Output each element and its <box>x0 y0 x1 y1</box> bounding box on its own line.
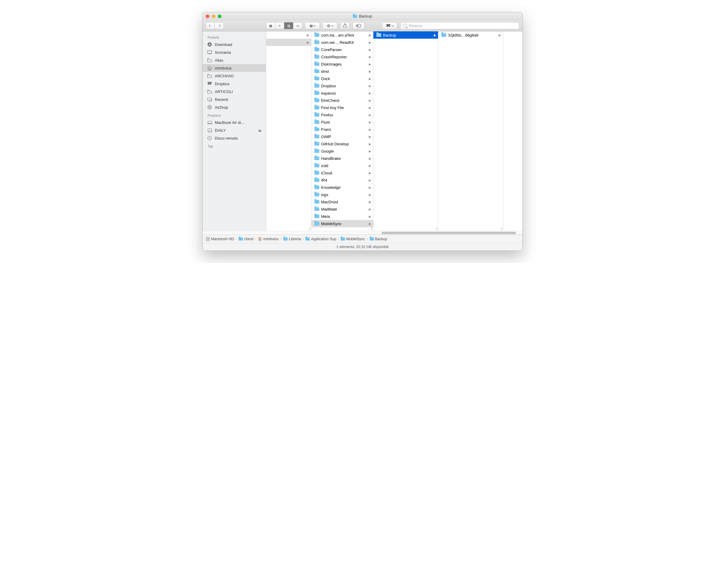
list-item[interactable]: Google▶ <box>312 147 373 155</box>
list-item[interactable]: MailMate▶ <box>312 206 373 213</box>
group-button[interactable]: ▦ <box>305 22 320 29</box>
chevron-right-icon: ▶ <box>369 113 371 117</box>
item-label: CoreParsec <box>321 47 367 52</box>
list-item[interactable]: Dock▶ <box>312 75 373 82</box>
list-item[interactable]: Franz▶ <box>312 126 373 133</box>
chevron-right-icon: ▶ <box>499 34 501 37</box>
column-resize-handle[interactable]: ‖ <box>309 227 311 230</box>
dropbox-button[interactable] <box>383 22 397 29</box>
folder-icon <box>315 99 319 102</box>
sidebar-item[interactable]: ARTICOLI <box>203 88 266 96</box>
folder-icon <box>315 171 319 175</box>
list-item[interactable]: IR4▶ <box>312 176 373 184</box>
sidebar-item[interactable]: DAILY⏏ <box>203 126 266 134</box>
folder-icon <box>207 58 212 63</box>
sidebar-item[interactable]: Disco remoto <box>203 134 266 142</box>
desktop-icon <box>207 50 212 55</box>
list-item[interactable]: Dropbox▶ <box>312 82 373 89</box>
forward-button[interactable] <box>215 22 224 29</box>
list-item[interactable]: GitHub Desktop▶ <box>312 140 373 147</box>
breadcrumb[interactable]: Application Sup <box>305 237 336 241</box>
search-input[interactable] <box>409 24 516 28</box>
column-resize-handle[interactable]: ‖ <box>501 227 503 230</box>
list-item[interactable]: CrashReporter▶ <box>312 53 373 60</box>
gallery-view-button[interactable]: ▭ <box>293 22 302 29</box>
list-item[interactable]: com.we….ReadKit▶ <box>312 39 373 46</box>
sidebar-item[interactable]: Download <box>203 41 266 48</box>
list-item[interactable]: MobileSync▶ <box>312 220 373 227</box>
back-button[interactable] <box>206 22 215 29</box>
list-item[interactable]: GIMP▶ <box>312 133 373 140</box>
item-label: Google <box>321 149 367 153</box>
folder-icon <box>315 222 319 225</box>
list-item[interactable]: MacDroid▶ <box>312 198 373 206</box>
item-label: GitHub Desktop <box>321 142 367 146</box>
eject-icon[interactable]: ⏏ <box>258 128 262 133</box>
sidebar-item[interactable]: Dropbox <box>203 80 266 88</box>
list-item[interactable]: Meta▶ <box>312 213 373 220</box>
list-item[interactable]: Backup▶ <box>374 31 438 39</box>
action-button[interactable]: ⚙ <box>323 22 337 29</box>
column-browser: ▶▶‖com.tra…am.aText▶com.we….ReadKit▶Core… <box>266 31 522 231</box>
home-icon <box>207 66 212 70</box>
chevron-right-icon: ▶ <box>434 34 436 37</box>
share-button[interactable] <box>340 22 349 29</box>
breadcrumb-label: MobileSync <box>346 237 365 241</box>
sidebar-item[interactable]: Alias <box>203 56 266 64</box>
sidebar-item[interactable]: MacBook Air di... <box>203 119 266 126</box>
column-view-button[interactable]: ▥ <box>284 22 293 29</box>
list-item[interactable]: dmd▶ <box>312 68 373 75</box>
list-item[interactable]: EtreCheck▶ <box>312 97 373 104</box>
breadcrumb-separator: › <box>337 237 340 240</box>
list-item[interactable]: HandBrake▶ <box>312 155 373 162</box>
column-resize-handle[interactable]: ‖ <box>436 227 438 230</box>
list-item[interactable]: Fluid▶ <box>312 119 373 126</box>
item-label: EtreCheck <box>321 98 367 103</box>
breadcrumb[interactable]: Macintosh HD <box>206 237 234 241</box>
breadcrumb[interactable]: Libreria <box>283 237 301 241</box>
list-item[interactable]: 32jklfds…66g8a9▶ <box>438 31 503 39</box>
list-item[interactable]: ▶ <box>266 31 311 39</box>
search-field[interactable] <box>400 22 519 29</box>
recents-icon <box>207 97 212 102</box>
item-label: Knowledge <box>321 185 367 190</box>
list-item[interactable]: Knowledge▶ <box>312 184 373 191</box>
breadcrumb[interactable]: Utenti <box>239 237 253 241</box>
list-item[interactable]: Firefox▶ <box>312 111 373 119</box>
chevron-right-icon: ▶ <box>369 41 371 44</box>
sidebar-item[interactable]: AirDrop <box>203 103 266 111</box>
chevron-right-icon: ▶ <box>369 70 371 73</box>
column-resize-handle[interactable]: ‖ <box>371 227 372 230</box>
list-item[interactable]: icdd▶ <box>312 162 373 169</box>
scrollbar-thumb[interactable] <box>382 232 516 234</box>
folder-icon <box>441 33 446 37</box>
folder-icon <box>370 237 374 240</box>
sidebar-item[interactable]: Recenti <box>203 96 266 103</box>
svg-rect-3 <box>208 51 212 54</box>
list-item[interactable]: logs▶ <box>312 191 373 198</box>
sidebar-item[interactable]: ARCHIVIO <box>203 72 266 80</box>
list-item[interactable]: com.tra…am.aText▶ <box>312 31 373 39</box>
list-item[interactable]: iCloud▶ <box>312 169 373 176</box>
svg-point-10 <box>209 107 210 108</box>
tag-button[interactable] <box>353 22 365 29</box>
item-label: Firefox <box>321 113 367 117</box>
list-item[interactable]: DiskImages▶ <box>312 60 373 68</box>
breadcrumb[interactable]: MobileSync <box>341 237 365 241</box>
chevron-right-icon: ▶ <box>369 48 371 51</box>
horizontal-scrollbar[interactable] <box>203 231 522 234</box>
airdrop-icon <box>207 105 212 110</box>
sidebar-item[interactable]: mimbulus <box>203 64 266 72</box>
list-view-button[interactable]: ≡ <box>275 22 284 29</box>
item-label: MailMate <box>321 207 367 211</box>
icon-view-button[interactable]: ▦ <box>266 22 275 29</box>
folder-icon <box>315 69 319 73</box>
list-item[interactable]: ▶ <box>266 39 311 46</box>
list-item[interactable]: espanso▶ <box>312 89 373 97</box>
breadcrumb[interactable]: 🏠mimbulus <box>258 237 279 241</box>
list-item[interactable]: CoreParsec▶ <box>312 46 373 53</box>
list-item[interactable]: Find Any File▶ <box>312 104 373 111</box>
item-label: iCloud <box>321 171 367 175</box>
breadcrumb[interactable]: Backup <box>370 237 387 241</box>
sidebar-item[interactable]: Scrivania <box>203 48 266 56</box>
